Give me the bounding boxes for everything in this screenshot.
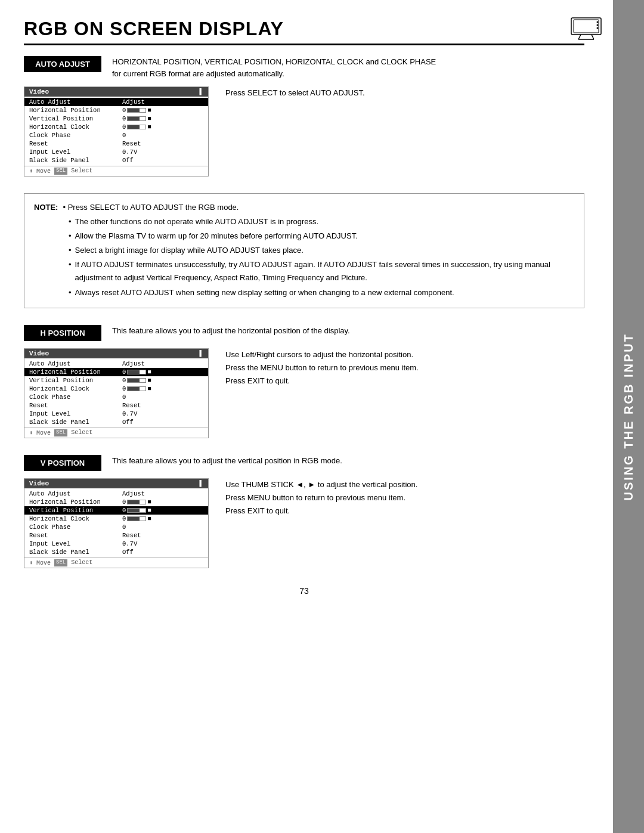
auto-adjust-label: AUTO ADJUST [24,56,101,72]
menu-row: Horizontal Clock 0 ■ [24,385,208,393]
v-position-description: This feature allows you to adjust the ve… [112,455,342,467]
h-position-section: H POSITION This feature allows you to ad… [24,325,584,438]
menu-body: Auto Adjust Adjust Horizontal Position 0… [24,358,208,428]
menu-row: Vertical Position 0 ■ [24,506,208,515]
menu-body: Auto Adjust Adjust Horizontal Position 0… [24,97,208,166]
menu-row: Input Level 0.7V [24,148,208,156]
v-position-menu: Video ▌ Auto Adjust Adjust Horizontal Po… [24,478,209,568]
svg-line-3 [592,35,594,39]
menu-row: Clock Phase 0 [24,523,208,531]
menu-row: Horizontal Clock 0 ■ [24,123,208,131]
menu-header: Video ▌ [24,479,208,488]
note-item: • Select a bright image for display whil… [34,244,574,257]
menu-body: Auto Adjust Adjust Horizontal Position 0… [24,488,208,558]
auto-adjust-menu: Video ▌ Auto Adjust Adjust Horizontal Po… [24,86,209,176]
svg-rect-1 [574,20,599,33]
menu-row: Auto Adjust Adjust [24,98,208,106]
v-position-section: V POSITION This feature allows you to ad… [24,455,584,568]
note-section: NOTE: • Press SELECT to AUTO ADJUST the … [24,193,584,308]
v-position-label: V POSITION [24,455,101,471]
tv-icon [570,17,602,43]
menu-row: Vertical Position 0 ■ [24,376,208,385]
svg-point-5 [597,21,599,23]
menu-footer: ⬆ Move SEL Select [24,558,208,568]
auto-adjust-press-text: Press SELECT to select AUTO ADJUST. [225,86,584,100]
auto-adjust-section: AUTO ADJUST HORIZONTAL POSITION, VERTICA… [24,56,584,176]
h-position-header: H POSITION This feature allows you to ad… [24,325,584,341]
svg-point-7 [597,27,599,29]
svg-point-6 [597,24,599,26]
menu-header: Video ▌ [24,349,208,358]
svg-line-2 [578,35,581,39]
menu-row: Vertical Position 0 ■ [24,114,208,123]
menu-row: Reset Reset [24,531,208,540]
auto-adjust-description: HORIZONTAL POSITION, VERTICAL POSITION, … [112,56,436,79]
sidebar-label: USING THE RGB INPUT [613,0,644,833]
menu-header: Video ▌ [24,87,208,97]
page-number: 73 [24,586,584,596]
menu-row: Horizontal Position 0 ■ [24,368,208,376]
menu-row: Clock Phase 0 [24,131,208,140]
svg-rect-0 [571,18,601,35]
h-position-content: Video ▌ Auto Adjust Adjust Horizontal Po… [24,348,584,438]
menu-row: Black Side Panel Off [24,418,208,426]
menu-row: Input Level 0.7V [24,540,208,548]
auto-adjust-content: Video ▌ Auto Adjust Adjust Horizontal Po… [24,86,584,176]
note-item: • Allow the Plasma TV to warm up for 20 … [34,230,574,243]
menu-footer: ⬆ Move SEL Select [24,166,208,176]
menu-row: Auto Adjust Adjust [24,490,208,498]
menu-row: Black Side Panel Off [24,548,208,556]
v-position-text: Use THUMB STICK ◄, ► to adjust the verti… [225,478,584,518]
h-position-description: This feature allows you to adjust the ho… [112,325,350,337]
v-position-header: V POSITION This feature allows you to ad… [24,455,584,471]
menu-row: Black Side Panel Off [24,156,208,165]
menu-row: Reset Reset [24,140,208,148]
menu-row: Clock Phase 0 [24,393,208,401]
h-position-menu: Video ▌ Auto Adjust Adjust Horizontal Po… [24,348,209,438]
menu-row: Horizontal Position 0 ■ [24,106,208,114]
auto-adjust-header: AUTO ADJUST HORIZONTAL POSITION, VERTICA… [24,56,584,79]
h-position-text: Use Left/Right cursors to adjust the hor… [225,348,584,388]
menu-row: Horizontal Clock 0 ■ [24,515,208,523]
menu-row: Input Level 0.7V [24,410,208,418]
menu-footer: ⬆ Move SEL Select [24,428,208,438]
page-title: RGB ON SCREEN DISPLAY [24,18,584,45]
h-position-label: H POSITION [24,325,101,341]
menu-row: Reset Reset [24,401,208,410]
note-item: NOTE: • Press SELECT to AUTO ADJUST the … [34,201,574,214]
menu-row: Horizontal Position 0 ■ [24,498,208,506]
v-position-content: Video ▌ Auto Adjust Adjust Horizontal Po… [24,478,584,568]
note-item: • Always reset AUTO ADJUST when setting … [34,286,574,299]
note-item: • If AUTO ADJUST terminates unsuccessful… [34,258,574,284]
note-item: • The other functions do not operate whi… [34,215,574,228]
menu-row: Auto Adjust Adjust [24,360,208,368]
